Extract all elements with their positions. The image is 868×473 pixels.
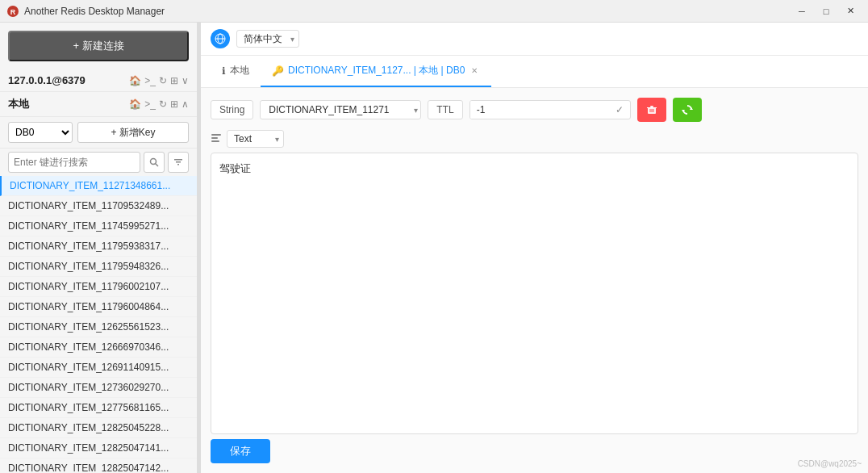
local-terminal-icon[interactable]: >_ [144,98,156,110]
close-button[interactable]: ✕ [839,3,862,19]
svg-rect-18 [211,134,221,136]
key-item[interactable]: DICTIONARY_ITEM_11796004864... [0,297,197,317]
svg-rect-5 [176,161,181,163]
info-icon: ℹ [222,65,226,77]
key-item[interactable]: DICTIONARY_ITEM_11271348661... [0,176,197,196]
key-item[interactable]: DICTIONARY_ITEM_12775681165... [0,398,197,418]
new-connection-button[interactable]: + 新建连接 [8,31,189,61]
trash-icon [646,104,657,115]
svg-rect-12 [647,107,657,108]
app-title: Another Redis Desktop Manager [24,6,791,17]
language-select[interactable]: 简体中文 English [236,30,299,48]
db-row: DB0 DB1 DB2 + 新增Key [0,117,197,149]
svg-rect-6 [177,164,179,165]
key-item[interactable]: DICTIONARY_ITEM_12625561523... [0,317,197,337]
local-grid-icon[interactable]: ⊞ [170,98,178,110]
key-list: DICTIONARY_ITEM_11271348661... DICTIONAR… [0,176,197,473]
local-actions: 🏠 >_ ↻ ⊞ ∧ [129,98,189,110]
key-type-badge: String [211,100,253,119]
format-icon [211,132,222,146]
svg-point-2 [151,159,156,165]
key-item[interactable]: DICTIONARY_ITEM_11796002107... [0,277,197,297]
svg-rect-4 [174,159,182,161]
svg-rect-20 [211,140,219,142]
value-section: Text JSON Base64 Hex 驾驶证 保存 [211,130,858,463]
ttl-input[interactable] [470,101,609,119]
key-editor: String ▾ TTL ✓ [201,88,868,473]
key-item[interactable]: DICTIONARY_ITEM_12666970346... [0,337,197,358]
delete-button[interactable] [637,98,666,122]
local-refresh-icon[interactable]: ↻ [159,98,167,110]
language-selector[interactable]: 简体中文 English [236,30,299,48]
top-bar: 简体中文 English [201,23,868,56]
svg-rect-19 [211,137,218,139]
key-icon: 🔑 [272,65,284,77]
key-name-wrapper: ▾ [260,100,421,119]
key-info-row: String ▾ TTL ✓ [211,98,858,122]
svg-text:R: R [10,8,16,16]
key-item[interactable]: DICTIONARY_ITEM_12825045228... [0,418,197,438]
db-select[interactable]: DB0 DB1 DB2 [8,122,73,143]
search-input[interactable] [8,152,140,173]
refresh-button[interactable] [673,98,702,122]
filter-icon [173,157,183,167]
value-format-row: Text JSON Base64 Hex [211,130,858,148]
minimize-button[interactable]: ─ [791,3,813,19]
local-section: 本地 🏠 >_ ↻ ⊞ ∧ [0,92,197,117]
key-item[interactable]: DICTIONARY_ITEM_12825047142... [0,458,197,473]
grid-icon[interactable]: ⊞ [170,75,178,86]
value-textarea[interactable]: 驾驶证 [211,153,858,434]
key-item[interactable]: DICTIONARY_ITEM_11795938317... [0,236,197,257]
tabs-bar: ℹ 本地 🔑 DICTIONARY_ITEM_1127... | 本地 | DB… [201,56,868,88]
key-item[interactable]: DICTIONARY_ITEM_12736029270... [0,378,197,398]
ttl-check-icon[interactable]: ✓ [609,101,630,119]
watermark: CSDN@wq2025~ [798,459,862,468]
lines-icon [211,132,222,144]
main-content: 简体中文 English ℹ 本地 🔑 DICTIONARY_ITEM_1127… [201,23,868,473]
connection-item: 127.0.0.1@6379 🏠 >_ ↻ ⊞ ∨ [0,69,197,92]
svg-line-3 [156,164,159,167]
tab-close-button[interactable]: ✕ [469,65,480,77]
ttl-input-wrapper: ✓ [469,100,631,119]
filter-button[interactable] [168,152,189,173]
refresh-icon [682,104,693,115]
home-icon[interactable]: 🏠 [129,75,141,86]
terminal-icon[interactable]: >_ [144,75,156,86]
search-icon [149,157,159,167]
key-item[interactable]: DICTIONARY_ITEM_11709532489... [0,196,197,216]
tab-local[interactable]: ℹ 本地 [211,56,261,87]
local-chevron-up-icon[interactable]: ∧ [182,98,189,110]
key-item[interactable]: DICTIONARY_ITEM_12691140915... [0,358,197,378]
save-button[interactable]: 保存 [211,439,270,463]
title-bar: R Another Redis Desktop Manager ─ □ ✕ [0,0,868,23]
globe-icon [214,32,227,45]
app-icon: R [6,5,19,18]
svg-rect-11 [650,106,653,107]
tab-local-label: 本地 [230,64,249,77]
local-home-icon[interactable]: 🏠 [129,98,141,110]
key-name-input[interactable] [260,100,421,119]
add-key-button[interactable]: + 新增Key [77,122,189,143]
maximize-button[interactable]: □ [815,3,837,19]
key-item[interactable]: DICTIONARY_ITEM_12825047141... [0,438,197,458]
format-select[interactable]: Text JSON Base64 Hex [227,130,284,148]
format-select-wrapper[interactable]: Text JSON Base64 Hex [227,130,284,148]
refresh-icon[interactable]: ↻ [159,75,167,86]
tab-dict-item[interactable]: 🔑 DICTIONARY_ITEM_1127... | 本地 | DB0 ✕ [261,56,491,87]
sidebar: + 新建连接 127.0.0.1@6379 🏠 >_ ↻ ⊞ ∨ 本地 🏠 >_… [0,23,198,473]
lang-icon [211,29,230,48]
search-row [0,149,197,176]
key-item[interactable]: DICTIONARY_ITEM_11745995271... [0,216,197,236]
tab-dict-label: DICTIONARY_ITEM_1127... | 本地 | DB0 [288,64,465,77]
search-button[interactable] [144,152,165,173]
connection-label[interactable]: 127.0.0.1@6379 [8,74,86,86]
chevron-down-icon[interactable]: ∨ [182,75,189,86]
ttl-label: TTL [428,100,462,119]
local-label: 本地 [8,97,29,111]
connection-actions: 🏠 >_ ↻ ⊞ ∨ [129,75,189,86]
key-item[interactable]: DICTIONARY_ITEM_11795948326... [0,257,197,277]
app-body: + 新建连接 127.0.0.1@6379 🏠 >_ ↻ ⊞ ∨ 本地 🏠 >_… [0,23,868,473]
window-controls: ─ □ ✕ [791,3,862,19]
